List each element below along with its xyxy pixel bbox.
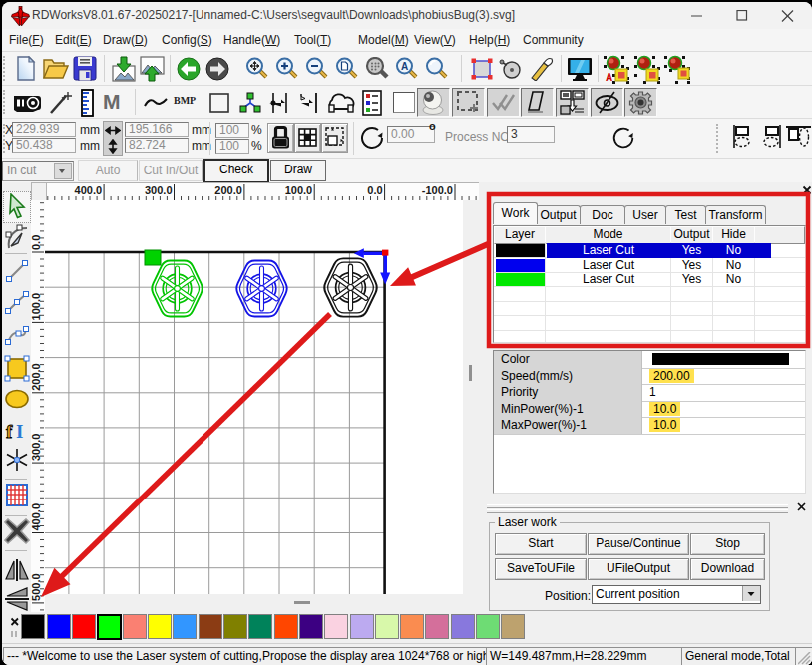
- svg-text:300.0: 300.0: [145, 184, 173, 196]
- svg-text:-100.0: -100.0: [422, 184, 453, 196]
- svg-text:A: A: [606, 72, 612, 83]
- svg-text:400.0: 400.0: [75, 184, 103, 196]
- svg-text:300.0: 300.0: [31, 434, 42, 462]
- svg-text:A: A: [401, 61, 408, 72]
- svg-text:200.0: 200.0: [31, 363, 42, 391]
- svg-text:100.0: 100.0: [285, 184, 313, 196]
- svg-text:400.0: 400.0: [31, 503, 42, 531]
- svg-text:0.0: 0.0: [367, 184, 382, 196]
- svg-text:0.0: 0.0: [31, 235, 42, 250]
- svg-text:500.0: 500.0: [31, 573, 42, 601]
- svg-text:f: f: [6, 421, 13, 442]
- svg-text:100.0: 100.0: [31, 293, 42, 321]
- svg-text:200.0: 200.0: [214, 184, 242, 196]
- svg-text:I: I: [16, 421, 23, 442]
